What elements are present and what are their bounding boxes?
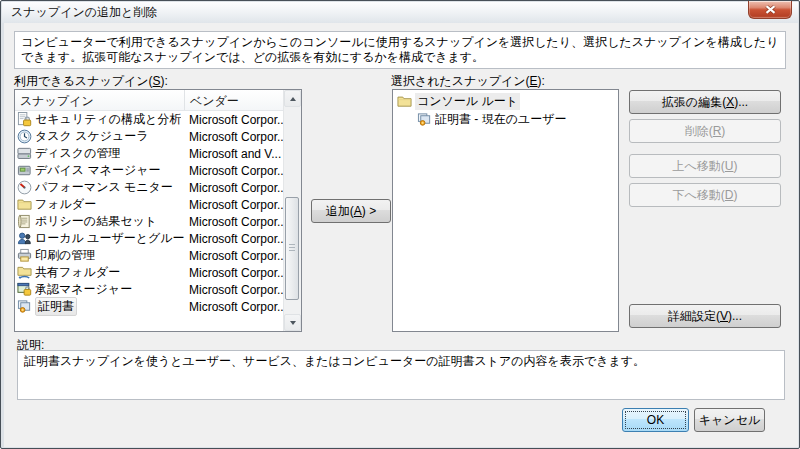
available-snapins-body: セキュリティの構成と分析Microsoft Corpor...タスク スケジュー… [15,111,284,331]
tree-item-label: 証明書 - 現在のユーザー [435,111,567,128]
device-manager-icon [17,163,32,178]
snapin-row-5[interactable]: フォルダーMicrosoft Corpor... [15,196,284,213]
snapin-name: パフォーマンス モニター [35,179,173,196]
available-snapins-label: 利用できるスナップイン(S): [14,73,168,90]
scroll-thumb[interactable] [285,197,299,300]
move-up-button: 上へ移動(U) [629,154,781,178]
list-scrollbar[interactable] [283,90,301,331]
disk-management-icon [17,146,32,161]
folder-icon [17,197,32,212]
scroll-up-icon [290,97,296,101]
dialog-client-area: コンピューターで利用できるスナップインからこのコンソールに使用するスナップインを… [4,23,798,447]
shared-folders-icon [17,265,32,280]
list-header: スナップイン ベンダー [15,90,284,111]
snapin-vendor: Microsoft Corpor... [185,283,284,297]
snapin-row-0[interactable]: セキュリティの構成と分析Microsoft Corpor... [15,111,284,128]
snapin-vendor: Microsoft Corpor... [185,215,284,229]
snapin-name: セキュリティの構成と分析 [35,111,181,128]
selected-snapins-tree[interactable]: コンソール ルート証明書 - 現在のユーザー [392,89,619,332]
policy-resultset-icon [17,214,32,229]
snapin-name: ディスクの管理 [35,145,120,162]
snapin-name: ポリシーの結果セット [35,213,157,230]
snapin-row-6[interactable]: ポリシーの結果セットMicrosoft Corpor... [15,213,284,230]
window-title: スナップインの追加と削除 [11,4,157,21]
snapin-row-4[interactable]: パフォーマンス モニターMicrosoft Corpor... [15,179,284,196]
tree-item-label: コンソール ルート [415,93,520,110]
snapin-vendor: Microsoft Corpor... [185,266,284,280]
description-box: 証明書スナップインを使うとユーザー、サービス、またはコンピューターの証明書ストア… [17,350,785,400]
folder-icon [397,94,412,109]
snapin-row-3[interactable]: デバイス マネージャーMicrosoft Corpor... [15,162,284,179]
tree-item-1[interactable]: 証明書 - 現在のユーザー [393,110,618,128]
snapin-row-11[interactable]: 証明書Microsoft Corpor... [15,298,284,315]
snapin-vendor: Microsoft Corpor... [185,181,284,195]
scroll-down-button[interactable] [284,314,301,331]
snapin-row-8[interactable]: 印刷の管理Microsoft Corpor... [15,247,284,264]
column-header-vendor[interactable]: ベンダー [185,90,284,110]
local-users-groups-icon [17,231,32,246]
task-scheduler-icon [17,129,32,144]
snapin-vendor: Microsoft Corpor... [185,198,284,212]
snapin-name: 印刷の管理 [35,247,95,264]
title-bar: スナップインの追加と削除 [2,2,798,23]
snapin-name: タスク スケジューラ [35,128,149,145]
snapin-vendor: Microsoft Corpor... [185,164,284,178]
advanced-button[interactable]: 詳細設定(V)... [629,304,781,328]
certificates-icon [417,112,432,127]
performance-monitor-icon [17,180,32,195]
description-text: 証明書スナップインを使うとユーザー、サービス、またはコンピューターの証明書ストア… [24,354,645,368]
column-header-snapin[interactable]: スナップイン [15,90,185,110]
edit-extensions-button[interactable]: 拡張の編集(X)... [629,90,781,114]
add-remove-snapins-dialog: スナップインの追加と削除 コンピューターで利用できるスナップインからこのコンソー… [0,0,800,449]
snapin-vendor: Microsoft and V... [185,147,284,161]
close-icon [765,5,776,14]
authorization-manager-icon [17,282,32,297]
snapin-name: 証明書 [35,297,77,316]
snapin-name: 承認マネージャー [35,281,132,298]
ok-button[interactable]: OK [622,408,689,432]
snapin-row-9[interactable]: 共有フォルダーMicrosoft Corpor... [15,264,284,281]
print-management-icon [17,248,32,263]
snapin-name: 共有フォルダー [35,264,120,281]
intro-text: コンピューターで利用できるスナップインからこのコンソールに使用するスナップインを… [14,31,786,69]
snapin-vendor: Microsoft Corpor... [185,300,284,314]
snapin-row-7[interactable]: ローカル ユーザーとグループMicrosoft Corpor... [15,230,284,247]
scroll-up-button[interactable] [284,90,301,107]
snapin-name: デバイス マネージャー [35,162,161,179]
snapin-name: フォルダー [35,196,96,213]
move-down-button: 下へ移動(D) [629,183,781,207]
snapin-row-1[interactable]: タスク スケジューラMicrosoft Corpor... [15,128,284,145]
scroll-down-icon [290,321,296,325]
available-snapins-list[interactable]: スナップイン ベンダー セキュリティの構成と分析Microsoft Corpor… [14,89,302,332]
close-button[interactable] [748,1,792,19]
add-button[interactable]: 追加(A) > [311,199,391,223]
snapin-vendor: Microsoft Corpor... [185,249,284,263]
snapin-name: ローカル ユーザーとグループ [35,230,185,247]
remove-button: 削除(R) [629,119,781,143]
tree-item-0[interactable]: コンソール ルート [393,92,618,110]
certificates-icon [17,299,32,314]
security-analysis-icon [17,112,32,127]
snapin-row-2[interactable]: ディスクの管理Microsoft and V... [15,145,284,162]
selected-snapins-label: 選択されたスナップイン(E): [391,73,545,90]
snapin-vendor: Microsoft Corpor... [185,113,284,127]
snapin-vendor: Microsoft Corpor... [185,232,284,246]
snapin-row-10[interactable]: 承認マネージャーMicrosoft Corpor... [15,281,284,298]
cancel-button[interactable]: キャンセル [694,408,765,432]
snapin-vendor: Microsoft Corpor... [185,130,284,144]
